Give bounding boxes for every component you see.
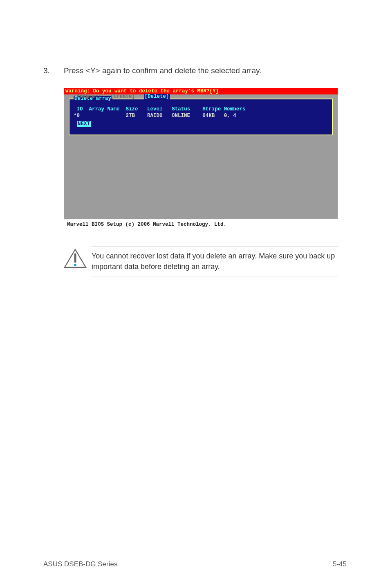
next-button: NEXT (77, 121, 91, 127)
cell-size: 2TB (126, 113, 135, 119)
page-footer: ASUS DSEB-DG Series 5-45 (43, 556, 347, 568)
step-number: 3. (43, 65, 64, 76)
svg-point-2 (74, 264, 76, 266)
bios-main-area: [Adapter] [Create] [Delete] Delete array… (64, 94, 338, 219)
table-row: *0 2TB RAID0 ONLINE 64KB 0, 4 (74, 112, 328, 119)
hdr-stripe: Stripe (202, 106, 221, 112)
caution-text: You cannot recover lost data if you dele… (92, 246, 338, 276)
cell-level: RAID0 (147, 113, 163, 119)
caution-icon (64, 246, 92, 269)
delete-array-panel: Delete array ID Array Name Size Level St… (69, 99, 333, 135)
tab-adapter: [Adapter] (74, 94, 101, 99)
cell-status: ONLINE (172, 113, 190, 119)
hdr-size: Size (126, 106, 138, 112)
hdr-id: ID (77, 106, 83, 112)
tab-create: [Create] (110, 94, 135, 99)
step-line: 3. Press <Y> again to confirm and delete… (43, 65, 347, 76)
step-text: Press <Y> again to confirm and delete th… (64, 65, 347, 76)
cell-id: *0 (74, 113, 80, 119)
column-headers: ID Array Name Size Level Status Stripe M… (74, 106, 328, 113)
bios-gray-area (69, 135, 333, 215)
hdr-level: Level (147, 106, 163, 112)
caution-note: You cannot recover lost data if you dele… (64, 246, 338, 276)
hdr-status: Status (172, 106, 190, 112)
hdr-members: Members (224, 106, 246, 112)
cell-stripe: 64KB (202, 113, 215, 119)
footer-right: 5-45 (333, 560, 347, 568)
footer-left: ASUS DSEB-DG Series (43, 560, 117, 568)
bios-footer: Marvell BIOS Setup (c) 2006 Marvell Tech… (64, 219, 338, 230)
bios-tab-row: [Adapter] [Create] [Delete] (74, 94, 170, 99)
tab-delete: [Delete] (144, 94, 170, 99)
cell-members: 0, 4 (224, 113, 236, 119)
hdr-array-name: Array Name (89, 106, 120, 112)
bios-screenshot: Warning: Do you want to delete the array… (64, 88, 338, 230)
